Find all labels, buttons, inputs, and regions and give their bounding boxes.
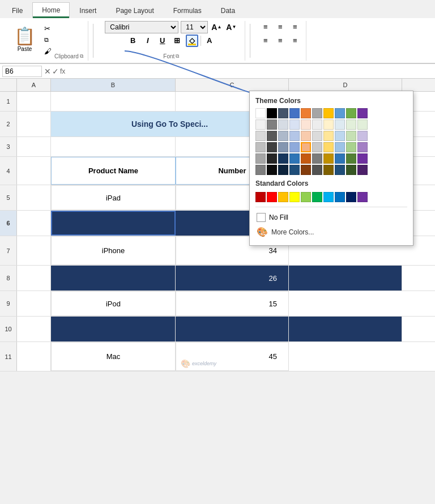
standard-swatch-5[interactable] (312, 192, 322, 202)
cell-c11[interactable]: 45 🎨 exceldemy (176, 342, 289, 371)
theme-swatch-2-4[interactable] (278, 153, 288, 164)
theme-swatch-6-3[interactable] (323, 142, 334, 152)
font-decrease-button[interactable]: A▼ (225, 21, 237, 33)
theme-swatch-9-1[interactable] (357, 119, 368, 130)
cell-d8[interactable] (289, 266, 402, 291)
font-increase-button[interactable]: A▲ (210, 21, 223, 33)
cell-a9[interactable] (17, 291, 51, 316)
theme-swatch-2-5[interactable] (278, 165, 288, 175)
theme-swatch-7-2[interactable] (335, 131, 345, 141)
cancel-formula-icon[interactable]: ✕ (44, 67, 51, 76)
align-center-button[interactable]: ≡ (274, 35, 287, 47)
theme-swatch-8-0[interactable] (346, 108, 356, 118)
theme-swatch-2-0[interactable] (278, 108, 288, 118)
theme-swatch-6-5[interactable] (323, 165, 334, 175)
align-middle-button[interactable]: ≡ (274, 21, 287, 33)
cell-a6[interactable] (17, 211, 51, 236)
col-header-a[interactable]: A (17, 79, 51, 91)
theme-swatch-8-4[interactable] (346, 153, 356, 164)
cell-c10[interactable] (176, 317, 289, 341)
clipboard-expand-icon[interactable]: ⧉ (80, 53, 83, 59)
col-header-c[interactable]: C (176, 79, 289, 91)
theme-swatch-4-4[interactable] (301, 153, 311, 164)
theme-swatch-3-3[interactable] (289, 142, 300, 152)
cell-a8[interactable] (17, 266, 51, 291)
cell-b10[interactable] (51, 317, 176, 341)
tab-insert[interactable]: Insert (70, 2, 106, 18)
theme-swatch-9-4[interactable] (357, 153, 368, 164)
theme-swatch-7-1[interactable] (335, 119, 345, 130)
cell-a1[interactable] (17, 92, 51, 111)
theme-swatch-9-2[interactable] (357, 131, 368, 141)
align-right-button[interactable]: ≡ (289, 35, 301, 47)
theme-swatch-9-5[interactable] (357, 165, 368, 175)
theme-swatch-8-3[interactable] (346, 142, 356, 152)
theme-swatch-0-4[interactable] (255, 153, 266, 164)
theme-swatch-3-2[interactable] (289, 131, 300, 141)
theme-swatch-7-0[interactable] (335, 108, 345, 118)
format-painter-button[interactable]: 🖌 (41, 46, 54, 57)
standard-swatch-6[interactable] (323, 192, 334, 202)
theme-swatch-4-1[interactable] (301, 119, 311, 130)
theme-swatch-5-5[interactable] (312, 165, 322, 175)
theme-swatch-1-1[interactable] (267, 119, 277, 130)
highlight-color-button[interactable]: ◇ (186, 35, 198, 47)
theme-swatch-2-3[interactable] (278, 142, 288, 152)
col-header-d[interactable]: D (289, 79, 402, 91)
theme-swatch-1-4[interactable] (267, 153, 277, 164)
theme-swatch-4-3[interactable] (301, 142, 311, 152)
theme-swatch-2-1[interactable] (278, 119, 288, 130)
cell-a3[interactable] (17, 137, 51, 156)
font-size-select[interactable]: 11 (181, 21, 208, 33)
select-all-button[interactable] (0, 79, 17, 91)
cut-button[interactable]: ✂ (41, 23, 54, 34)
standard-swatch-0[interactable] (255, 192, 266, 202)
tab-page-layout[interactable]: Page Layout (106, 2, 163, 18)
cell-b9[interactable]: iPod (51, 291, 176, 316)
standard-swatch-8[interactable] (346, 192, 356, 202)
theme-swatch-0-2[interactable] (255, 131, 266, 141)
theme-swatch-0-3[interactable] (255, 142, 266, 152)
cell-b5[interactable]: iPad (51, 185, 176, 210)
cell-a7[interactable] (17, 236, 51, 265)
cell-c9[interactable]: 15 (176, 291, 289, 316)
italic-button[interactable]: I (142, 35, 154, 47)
theme-swatch-1-5[interactable] (267, 165, 277, 175)
borders-button[interactable]: ⊞ (171, 35, 184, 47)
no-fill-option[interactable]: No Fill (255, 211, 407, 224)
theme-swatch-0-1[interactable] (255, 119, 266, 130)
paste-button[interactable]: 📋 Paste (9, 23, 40, 55)
cell-a2[interactable] (17, 112, 51, 136)
underline-button[interactable]: U (156, 35, 169, 47)
theme-swatch-3-1[interactable] (289, 119, 300, 130)
font-color-button[interactable]: A (203, 35, 216, 47)
cell-b7[interactable]: iPhone (51, 236, 176, 265)
cell-a11[interactable] (17, 342, 51, 371)
theme-swatch-8-5[interactable] (346, 165, 356, 175)
cell-a5[interactable] (17, 185, 51, 210)
theme-swatch-7-5[interactable] (335, 165, 345, 175)
theme-swatch-4-0[interactable] (301, 108, 311, 118)
theme-swatch-5-1[interactable] (312, 119, 322, 130)
theme-swatch-7-3[interactable] (335, 142, 345, 152)
theme-swatch-9-3[interactable] (357, 142, 368, 152)
theme-swatch-3-0[interactable] (289, 108, 300, 118)
theme-swatch-8-2[interactable] (346, 131, 356, 141)
cell-reference-input[interactable] (2, 66, 42, 77)
cell-b11[interactable]: Mac (51, 342, 176, 371)
cell-a4[interactable] (17, 157, 51, 185)
copy-button[interactable]: ⧉ (41, 35, 54, 45)
theme-swatch-5-3[interactable] (312, 142, 322, 152)
align-top-button[interactable]: ≡ (259, 21, 272, 33)
standard-swatch-4[interactable] (301, 192, 311, 202)
font-name-select[interactable]: Calibri (105, 21, 178, 33)
cell-c8[interactable]: 26 (176, 266, 289, 291)
standard-swatch-9[interactable] (357, 192, 368, 202)
theme-swatch-1-3[interactable] (267, 142, 277, 152)
theme-swatch-3-5[interactable] (289, 165, 300, 175)
theme-swatch-7-4[interactable] (335, 153, 345, 164)
theme-swatch-1-0[interactable] (267, 108, 277, 118)
cell-d10[interactable] (289, 317, 402, 341)
cell-b6-selected[interactable] (51, 211, 176, 236)
align-bottom-button[interactable]: ≡ (289, 21, 301, 33)
